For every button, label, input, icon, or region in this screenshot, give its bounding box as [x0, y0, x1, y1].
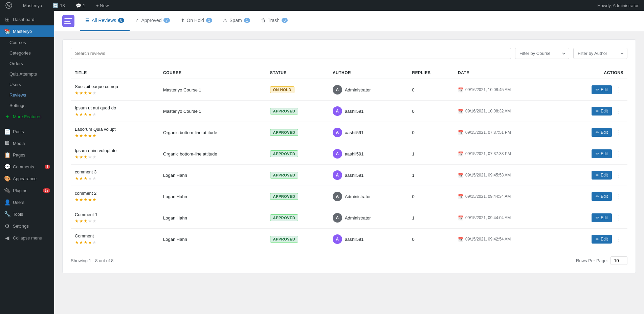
edit-icon: ✏ [596, 237, 599, 242]
more-actions-button[interactable]: ⋮ [615, 192, 623, 201]
more-actions-button[interactable]: ⋮ [615, 128, 623, 137]
sidebar-item-collapse[interactable]: ◀ Collapse menu [0, 232, 54, 244]
date-value: 09/15/2021, 07:37:51 PM [465, 130, 511, 135]
cell-replies: 0 [408, 229, 454, 250]
review-title: Ipsam enim voluptate [75, 148, 155, 153]
review-title: comment 3 [75, 169, 155, 174]
more-actions-button[interactable]: ⋮ [615, 149, 623, 158]
author-name: aashil591 [345, 173, 364, 178]
sidebar-item-quiz-attempts[interactable]: Quiz Attempts [0, 69, 54, 79]
edit-button[interactable]: ✏ Edit [592, 235, 612, 244]
reviews-panel: Filter by Course Filter by Author TITLE … [62, 39, 636, 273]
edit-button[interactable]: ✏ Edit [592, 85, 612, 94]
sidebar-item-reviews[interactable]: Reviews [0, 90, 54, 100]
cell-status: APPROVED [266, 229, 329, 250]
filter-course-select[interactable]: Filter by Course [515, 48, 569, 59]
sidebar-label-dashboard: Dashboard [13, 17, 35, 22]
star-icon: ★ [84, 218, 88, 224]
cell-replies: 0 [408, 101, 454, 122]
more-actions-button[interactable]: ⋮ [615, 171, 623, 180]
per-page-input[interactable] [610, 256, 627, 265]
sidebar-item-tools[interactable]: 🔧 Tools [0, 208, 54, 220]
avatar: A [333, 192, 342, 201]
tab-spam[interactable]: ⚠ Spam 1 [218, 11, 256, 31]
edit-button[interactable]: ✏ Edit [592, 107, 612, 116]
cell-author: A aashil591 [329, 229, 408, 250]
search-input[interactable] [71, 48, 511, 59]
sidebar-item-orders[interactable]: Orders [0, 58, 54, 69]
sidebar-label-settings: Settings [13, 224, 29, 229]
updates-count: 18 [60, 3, 65, 8]
table-row: Suscipit eaque cumqu ★★★★★ Masteriyo Cou… [71, 79, 627, 101]
col-actions: ACTIONS [559, 67, 627, 79]
sidebar-label-settings-sub: Settings [9, 103, 25, 108]
wp-logo-button[interactable]: W [3, 0, 15, 11]
star-icon: ★ [75, 112, 79, 117]
edit-icon: ✏ [596, 151, 599, 156]
review-stars: ★★★★★ [75, 197, 155, 202]
cell-replies: 1 [408, 143, 454, 165]
cell-date: 📅 09/15/2021, 09:44:34 AM [454, 186, 559, 207]
sidebar-item-appearance[interactable]: 🎨 Appearance [0, 173, 54, 185]
table-row: Comment ★★★★★ Logan Hahn APPROVED A aash… [71, 229, 627, 250]
sidebar-item-users[interactable]: 👤 Users [0, 196, 54, 208]
sidebar-item-categories[interactable]: Categories [0, 48, 54, 58]
sidebar-item-more-features[interactable]: ✦ More Features [0, 111, 54, 123]
star-icon: ★ [88, 133, 92, 138]
tab-approved[interactable]: ✓ Approved 7 [130, 11, 175, 31]
more-actions-button[interactable]: ⋮ [615, 235, 623, 244]
sidebar-item-masteriyo[interactable]: 📚 Masteriyo [0, 25, 54, 37]
status-badge: ON HOLD [270, 86, 294, 93]
cell-title: comment 3 ★★★★★ [71, 165, 159, 186]
star-icon: ★ [92, 112, 97, 117]
appearance-icon: 🎨 [4, 175, 10, 182]
sidebar-item-users-sub[interactable]: Users [0, 79, 54, 90]
sidebar-item-courses[interactable]: Courses [0, 37, 54, 48]
plugins-icon: 🔌 [4, 187, 10, 194]
cell-title: comment 2 ★★★★★ [71, 186, 159, 207]
site-name-button[interactable]: Masteriyo [20, 0, 45, 11]
sidebar-label-masteriyo: Masteriyo [13, 29, 32, 34]
status-badge: APPROVED [270, 172, 298, 179]
tab-trash[interactable]: 🗑 Trash 0 [256, 11, 293, 31]
avatar: A [333, 128, 342, 137]
sidebar-item-posts[interactable]: 📄 Posts [0, 126, 54, 138]
edit-icon: ✏ [596, 87, 599, 92]
more-actions-button[interactable]: ⋮ [615, 213, 623, 222]
cell-course: Organic bottom-line attitude [159, 143, 266, 165]
tab-all-reviews[interactable]: ☰ All Reviews 8 [80, 11, 130, 31]
sidebar-item-settings[interactable]: ⚙ Settings [0, 220, 54, 232]
sidebar-item-plugins[interactable]: 🔌 Plugins 12 [0, 185, 54, 196]
sidebar-item-pages[interactable]: 📋 Pages [0, 149, 54, 161]
cell-replies: 1 [408, 165, 454, 186]
calendar-icon: 📅 [458, 151, 463, 156]
edit-button[interactable]: ✏ Edit [592, 192, 612, 201]
updates-button[interactable]: 🔄 18 [50, 0, 67, 11]
filter-author-select[interactable]: Filter by Author [573, 48, 627, 59]
table-header-row: TITLE COURSE STATUS AUTHOR REPLIES DATE … [71, 67, 627, 79]
more-actions-button[interactable]: ⋮ [615, 107, 623, 116]
sidebar-label-comments: Comments [13, 164, 34, 169]
new-button[interactable]: + New [93, 0, 111, 11]
edit-button[interactable]: ✏ Edit [592, 128, 612, 137]
per-page-label: Rows Per Page: [576, 258, 608, 263]
author-name: aashil591 [345, 130, 364, 135]
sidebar-item-media[interactable]: 🖼 Media [0, 138, 54, 149]
more-actions-button[interactable]: ⋮ [615, 85, 623, 94]
star-icon: ★ [88, 90, 92, 96]
date-value: 09/16/2021, 10:08:32 AM [465, 109, 511, 113]
sidebar-item-settings-sub[interactable]: Settings [0, 100, 54, 111]
edit-button[interactable]: ✏ Edit [592, 171, 612, 180]
sidebar-item-dashboard[interactable]: ⊞ Dashboard [0, 14, 54, 25]
posts-icon: 📄 [4, 128, 10, 135]
edit-button[interactable]: ✏ Edit [592, 213, 612, 222]
sidebar-item-comments[interactable]: 💬 Comments 1 [0, 161, 54, 173]
cell-actions: ✏ Edit ⋮ [559, 207, 627, 229]
comments-button[interactable]: 💬 1 [73, 0, 88, 11]
tab-spam-icon: ⚠ [223, 18, 227, 23]
col-replies: REPLIES [408, 67, 454, 79]
tab-on-hold[interactable]: ⬆ On Hold 1 [175, 11, 218, 31]
edit-button[interactable]: ✏ Edit [592, 149, 612, 158]
main-content: ☰ All Reviews 8 ✓ Approved 7 ⬆ On Hold 1… [54, 11, 644, 314]
cell-actions: ✏ Edit ⋮ [559, 101, 627, 122]
